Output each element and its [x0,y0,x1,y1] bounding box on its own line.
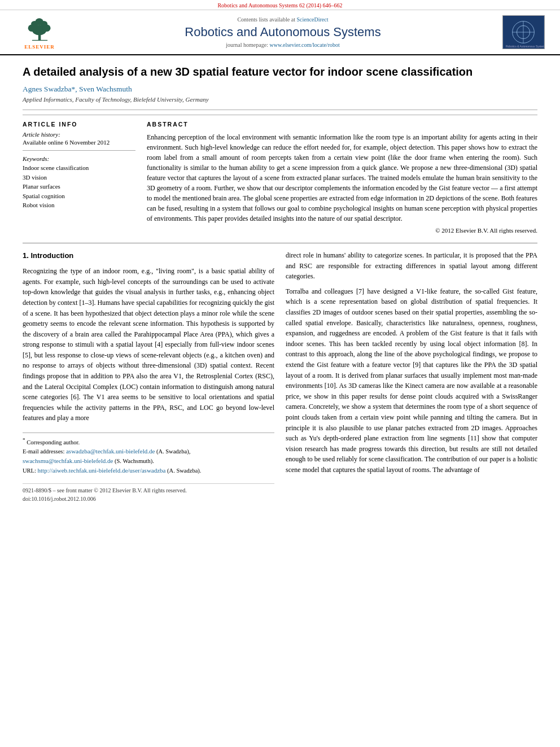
paper-title: A detailed analysis of a new 3D spatial … [23,64,537,79]
svg-point-6 [35,18,43,25]
footnote-area: * Corresponding author. E-mail addresses… [23,433,274,475]
footer-doi: doi:10.1016/j.robot.2012.10.006 [23,495,274,504]
abstract-text: Enhancing perception of the local enviro… [147,132,537,224]
sciencedirect-link[interactable]: ScienceDirect [296,16,328,23]
header-divider [23,110,537,110]
article-footer: 0921-8890/$ – see front matter © 2012 El… [23,483,274,504]
journal-cover: Robotics & Autonomous Systems [498,15,549,49]
article-meta-row: ARTICLE INFO Article history: Available … [23,115,537,234]
section1-para3: Torralba and colleagues [7] have designe… [286,286,537,475]
elsevier-tree-icon [21,15,58,43]
journal-cover-image: Robotics & Autonomous Systems [502,15,545,49]
journal-header: ELSEVIER Contents lists available at Sci… [0,10,560,55]
author-names: Agnes Swadzba*, Sven Wachsmuth [23,85,132,93]
svg-text:Robotics & Autonomous Systems: Robotics & Autonomous Systems [506,45,544,48]
section1-title: 1. Introduction [23,250,274,261]
section1-para1: Recognizing the type of an indoor room, … [23,266,274,423]
elsevier-label: ELSEVIER [24,44,55,50]
article-info-heading: ARTICLE INFO [23,121,135,128]
footnote-url-line: URL: http://aiweb.techfak.uni-bielefeld.… [23,466,274,475]
section-divider [23,243,537,243]
journal-title: Robotics and Autonomous Systems [68,25,498,40]
footnote-star: * [23,437,25,443]
body-columns: 1. Introduction Recognizing the type of … [23,250,537,504]
section1-para2: direct role in humans' ability to catego… [286,250,537,282]
footnote-emails: E-mail addresses: aswadzba@techfak.uni-b… [23,447,274,456]
keyword-3: Planar surfaces [23,182,135,191]
footnote-email2-line: swachsmu@techfak.uni-bielefeld.de (S. Wa… [23,456,274,466]
keywords-label: Keywords: [23,155,135,162]
keyword-1: Indoor scene classification [23,163,135,173]
cover-graphic: Robotics & Autonomous Systems [503,16,544,49]
keyword-2: 3D vision [23,173,135,182]
info-divider [23,150,135,151]
article-info-column: ARTICLE INFO Article history: Available … [23,121,135,234]
affiliation: Applied Informatics, Faculty of Technolo… [23,96,537,103]
journal-citation: Robotics and Autonomous Systems 62 (2014… [217,2,342,8]
sciencedirect-line: Contents lists available at ScienceDirec… [68,16,498,23]
journal-header-center: Contents lists available at ScienceDirec… [68,16,498,48]
abstract-column: ABSTRACT Enhancing perception of the loc… [147,121,537,234]
authors: Agnes Swadzba*, Sven Wachsmuth [23,85,537,94]
journal-homepage-link[interactable]: www.elsevier.com/locate/robot [269,42,339,48]
footnote-corresponding: * Corresponding author. [23,436,274,447]
body-right-column: direct role in humans' ability to catego… [286,250,537,504]
copyright-line: © 2012 Elsevier B.V. All rights reserved… [147,227,537,234]
keyword-5: Robot vision [23,200,135,210]
abstract-heading: ABSTRACT [147,121,537,128]
footnote-email2-link[interactable]: swachsmu@techfak.uni-bielefeld.de [23,457,113,464]
journal-homepage: journal homepage: www.elsevier.com/locat… [68,42,498,48]
footnote-url-link[interactable]: http://aiweb.techfak.uni-bielefeld.de/us… [38,467,166,474]
history-label: Article history: [23,131,135,138]
keyword-4: Spatial cognition [23,191,135,201]
elsevier-logo-block: ELSEVIER [11,15,68,50]
journal-top-bar: Robotics and Autonomous Systems 62 (2014… [0,0,560,10]
main-content: A detailed analysis of a new 3D spatial … [0,55,560,515]
body-left-column: 1. Introduction Recognizing the type of … [23,250,274,504]
history-value: Available online 6 November 2012 [23,139,135,146]
keywords-list: Indoor scene classification 3D vision Pl… [23,163,135,210]
footer-issn: 0921-8890/$ – see front matter © 2012 El… [23,486,274,495]
footnote-email1-link[interactable]: aswadzba@techfak.uni-bielefeld.de [66,448,155,455]
